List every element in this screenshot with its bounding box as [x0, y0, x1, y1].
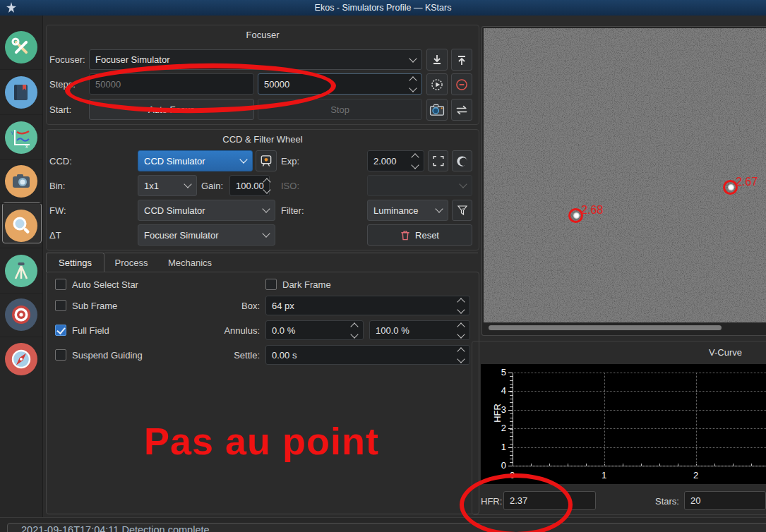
filter-label: Filter:	[281, 205, 304, 216]
filter-select-value: Luminance	[373, 205, 419, 216]
chevron-down-icon	[239, 155, 247, 163]
tab-settings-label: Settings	[59, 258, 92, 268]
settle-value: 0.00 s	[272, 350, 297, 361]
analyze-icon-circle: Y x	[5, 121, 37, 154]
title-bar[interactable]: Ekos - Simulators Profile — KStars	[0, 0, 766, 16]
auto-select-star-checkbox[interactable]: Auto Select Star	[55, 279, 138, 290]
temperature-source-select[interactable]: Focuser Simulator	[138, 224, 275, 246]
annulus-min-spinbox[interactable]: 0.0 %	[265, 320, 364, 340]
ccd-group-title: CCD & Filter Wheel	[47, 134, 479, 145]
capture-icon-circle	[5, 165, 37, 198]
y-tick-label: 2	[481, 423, 506, 433]
h-gridline	[513, 466, 766, 466]
full-field-checkbox[interactable]: Full Field	[55, 325, 109, 336]
abort-icon	[455, 78, 469, 92]
reset-button[interactable]: Reset	[367, 224, 472, 246]
tab-settings[interactable]: Settings	[46, 253, 104, 272]
focus-in-button[interactable]	[426, 49, 448, 71]
filter-select[interactable]: Luminance	[367, 200, 448, 221]
stop-button-label: Stop	[330, 104, 349, 115]
gain-value: 100.00	[236, 181, 264, 191]
y-major-tick	[508, 447, 513, 448]
checkbox-icon[interactable]	[265, 279, 277, 290]
horizontal-scrollbar[interactable]	[489, 325, 722, 330]
guide-icon-circle	[5, 343, 37, 375]
capture-icon[interactable]	[0, 159, 42, 204]
focus-icon[interactable]	[0, 203, 42, 248]
iso-label: ISO:	[281, 181, 299, 191]
dark-mode-button[interactable]	[452, 150, 472, 171]
annulus-max-spinbox[interactable]: 100.0 %	[369, 320, 470, 340]
focus-out-button[interactable]	[451, 49, 472, 71]
mount-icon[interactable]	[0, 248, 42, 294]
settle-spin-buttons[interactable]	[458, 349, 464, 362]
svg-text:x: x	[25, 144, 28, 148]
scheduler-icon[interactable]	[0, 70, 42, 115]
stars-count-field[interactable]: 20	[684, 491, 766, 510]
star-field-image[interactable]	[484, 28, 766, 322]
tab-mechanics[interactable]: Mechanics	[158, 253, 222, 272]
checkbox-icon[interactable]	[55, 325, 66, 336]
gain-spin-buttons[interactable]	[264, 179, 270, 193]
y-tick-label: 5	[481, 367, 506, 377]
suspend-guiding-checkbox[interactable]: Suspend Guiding	[55, 349, 143, 361]
live-view-button[interactable]	[428, 150, 448, 171]
vcurve-group-title: V-Curve	[709, 347, 742, 358]
stars-count-value: 20	[690, 495, 700, 506]
exposure-spinbox[interactable]: 2.000	[367, 150, 424, 171]
sub-frame-checkbox[interactable]: Sub Frame	[55, 300, 117, 311]
kstars-star-icon	[6, 2, 17, 13]
x-tick-label: 2	[693, 470, 698, 480]
y-axis-minor-ticks	[510, 373, 513, 466]
y-major-tick	[508, 428, 513, 429]
checkbox-icon[interactable]	[55, 279, 66, 290]
delta-t-label: ΔT	[49, 230, 61, 241]
auto-select-star-label: Auto Select Star	[72, 279, 138, 290]
fw-select[interactable]: CCD Simulator	[138, 200, 275, 221]
checkbox-icon[interactable]	[55, 300, 66, 311]
annulus-min-value: 0.0 %	[272, 325, 295, 336]
spin-down-icon	[457, 355, 465, 363]
h-gridline	[513, 410, 766, 411]
settle-spinbox[interactable]: 0.00 s	[265, 345, 470, 365]
steps-spin-buttons[interactable]	[410, 78, 416, 91]
checkbox-icon[interactable]	[55, 349, 66, 361]
gain-spinbox[interactable]: 100.00	[229, 175, 270, 196]
focuser-label: Focuser:	[49, 54, 85, 65]
window-title: Ekos - Simulators Profile — KStars	[315, 3, 452, 13]
loop-capture-button[interactable]	[451, 99, 472, 121]
mount-icon-circle	[5, 255, 37, 287]
box-spin-buttons[interactable]	[458, 299, 464, 313]
annulus-max-spin-buttons[interactable]	[458, 324, 464, 337]
spin-down-icon	[409, 84, 417, 92]
indi-control-button[interactable]	[256, 150, 277, 171]
y-axis-line	[513, 373, 513, 466]
box-label: Box:	[212, 301, 260, 311]
bin-select[interactable]: 1x1	[138, 175, 197, 196]
align-icon[interactable]	[0, 292, 42, 337]
box-spinbox[interactable]: 64 px	[265, 296, 470, 315]
spin-up-icon	[457, 322, 465, 330]
annulus-min-spin-buttons[interactable]	[352, 324, 357, 337]
y-tick-label: 3	[481, 404, 506, 415]
abort-button[interactable]	[451, 73, 472, 95]
star-hfr-label: 2.67	[736, 176, 758, 188]
ccd-select[interactable]: CCD Simulator	[138, 150, 253, 171]
chevron-down-icon	[435, 205, 443, 212]
suspend-guiding-label: Suspend Guiding	[72, 350, 143, 361]
scheduler-icon-circle	[5, 76, 37, 109]
spin-up-icon	[409, 76, 417, 84]
align-icon-circle	[5, 298, 37, 331]
capture-image-button[interactable]	[426, 99, 448, 121]
iso-select[interactable]	[367, 175, 472, 196]
dark-frame-checkbox[interactable]: Dark Frame	[265, 279, 331, 290]
ekos-setup-icon[interactable]	[0, 25, 42, 70]
exposure-spin-buttons[interactable]	[412, 155, 418, 168]
tab-process[interactable]: Process	[104, 253, 158, 272]
guide-icon[interactable]	[0, 337, 42, 381]
start-framing-button[interactable]	[426, 73, 448, 95]
analyze-icon[interactable]: Y x	[0, 115, 42, 160]
filter-manager-button[interactable]	[452, 200, 472, 221]
spin-down-icon	[263, 186, 270, 193]
y-major-tick	[508, 391, 513, 392]
